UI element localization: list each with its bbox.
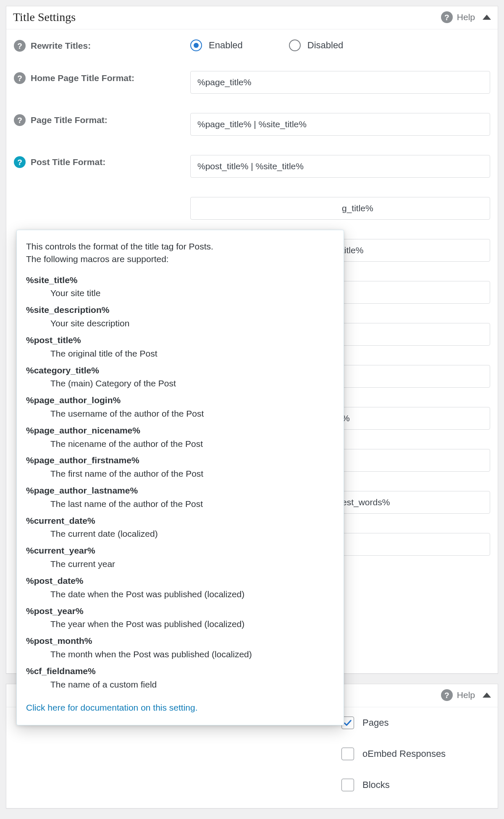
cpt-choice[interactable]: Blocks (341, 779, 490, 791)
macro-name: %category_title% (26, 364, 333, 377)
collapse-toggle-icon[interactable] (483, 693, 491, 698)
row-rewrite-titles: ? Rewrite Titles: Enabled Disabled (14, 39, 490, 52)
cpt-choice-label: Pages (362, 717, 388, 728)
label-home-page-title-format: ? Home Page Title Format: (14, 71, 190, 84)
collapse-toggle-icon[interactable] (483, 15, 491, 20)
checkbox-icon (341, 748, 354, 760)
checkbox-icon (341, 779, 354, 791)
macro-item: %cf_fieldname%The name of a custom field (26, 665, 333, 691)
tooltip-doc-link[interactable]: Click here for documentation on this set… (26, 701, 333, 714)
radio-icon (190, 39, 202, 51)
macro-item: %current_date%The current date (localize… (26, 514, 333, 541)
help-label[interactable]: Help (457, 12, 475, 22)
label-text: Home Page Title Format: (31, 73, 134, 83)
cpt-choice[interactable]: Pages (341, 717, 490, 729)
macro-desc: The year when the Post was published (lo… (26, 617, 333, 630)
macro-desc: The date when the Post was published (lo… (26, 587, 333, 601)
row-page-title-format: ? Page Title Format: (14, 113, 490, 136)
cpt-choices-row: PagesoEmbed ResponsesBlocks (14, 717, 490, 791)
input-home-page-title-format[interactable] (190, 71, 490, 94)
macro-name: %page_author_login% (26, 394, 333, 407)
macro-name: %page_author_lastname% (26, 484, 333, 497)
macro-desc: The current date (localized) (26, 527, 333, 540)
macro-name: %post_month% (26, 635, 333, 647)
macro-item: %site_title%Your site title (26, 274, 333, 300)
macro-name: %page_author_nicename% (26, 424, 333, 437)
rewrite-titles-radio-group: Enabled Disabled (190, 39, 490, 51)
macro-desc: The name of a custom field (26, 677, 333, 691)
panel-title: Title Settings (13, 10, 441, 24)
macro-desc: Your site description (26, 316, 333, 330)
panel-header: Title Settings ? Help (6, 6, 498, 29)
macro-list: %site_title%Your site title%site_descrip… (26, 274, 333, 691)
cpt-choice-label: oEmbed Responses (362, 748, 446, 759)
macro-item: %category_title%The (main) Category of t… (26, 364, 333, 390)
macro-name: %site_title% (26, 274, 333, 286)
macro-name: %post_date% (26, 575, 333, 587)
input-blog-title-format[interactable] (190, 197, 490, 220)
help-icon[interactable]: ? (14, 156, 26, 168)
macro-desc: The username of the author of the Post (26, 407, 333, 420)
label-page-title-format: ? Page Title Format: (14, 113, 190, 126)
macro-name: %cf_fieldname% (26, 665, 333, 677)
title-settings-panel: Title Settings ? Help ? Rewrite Titles: (6, 6, 498, 674)
radio-icon (289, 39, 301, 51)
macro-desc: The month when the Post was published (l… (26, 647, 333, 661)
help-icon[interactable]: ? (441, 689, 453, 701)
macro-desc: The nicename of the author of the Post (26, 437, 333, 450)
row-post-title-format: ? Post Title Format: (14, 155, 490, 178)
macro-desc: The last name of the author of the Post (26, 497, 333, 510)
macro-item: %page_author_firstname%The first name of… (26, 454, 333, 480)
label-post-title-format: ? Post Title Format: (14, 155, 190, 168)
label-rewrite-titles: ? Rewrite Titles: (14, 39, 190, 52)
label-text: Post Title Format: (31, 157, 105, 167)
macro-name: %current_year% (26, 544, 333, 557)
tooltip-intro-line2: The following macros are supported: (26, 254, 169, 264)
macro-desc: The first name of the author of the Post (26, 467, 333, 480)
tooltip-intro-line1: This controls the format of the title ta… (26, 242, 213, 251)
macro-desc: The (main) Category of the Post (26, 376, 333, 390)
macro-name: %current_date% (26, 514, 333, 527)
input-page-title-format[interactable] (190, 113, 490, 136)
macro-name: %page_author_firstname% (26, 454, 333, 467)
macro-desc: The current year (26, 557, 333, 570)
macro-desc: Your site title (26, 286, 333, 299)
help-icon[interactable]: ? (14, 114, 26, 126)
macro-name: %post_year% (26, 605, 333, 617)
macro-name: %post_title% (26, 334, 333, 346)
macro-item: %current_year%The current year (26, 544, 333, 570)
radio-label: Disabled (307, 40, 344, 51)
help-icon[interactable]: ? (14, 72, 26, 84)
post-title-format-tooltip: This controls the format of the title ta… (16, 230, 344, 725)
help-icon[interactable]: ? (441, 11, 453, 23)
help-icon[interactable]: ? (14, 40, 26, 52)
macro-item: %page_author_login%The username of the a… (26, 394, 333, 420)
macro-item: %post_title%The original title of the Po… (26, 334, 333, 360)
radio-label: Enabled (209, 40, 243, 51)
cpt-choices: PagesoEmbed ResponsesBlocks (341, 717, 490, 791)
row-blog-title-format: ?. (14, 197, 490, 220)
macro-item: %site_description%Your site description (26, 304, 333, 330)
cpt-choice[interactable]: oEmbed Responses (341, 748, 490, 760)
macro-name: %site_description% (26, 304, 333, 316)
label-text: Page Title Format: (31, 115, 108, 125)
macro-item: %page_author_nicename%The nicename of th… (26, 424, 333, 450)
radio-disabled[interactable]: Disabled (289, 39, 344, 51)
macro-item: %page_author_lastname%The last name of t… (26, 484, 333, 510)
input-post-title-format[interactable] (190, 155, 490, 178)
label-text: Rewrite Titles: (31, 41, 91, 51)
cpt-choice-label: Blocks (362, 780, 390, 790)
row-home-page-title-format: ? Home Page Title Format: (14, 71, 490, 94)
macro-item: %post_year%The year when the Post was pu… (26, 605, 333, 631)
tooltip-intro: This controls the format of the title ta… (26, 240, 333, 265)
macro-desc: The original title of the Post (26, 346, 333, 360)
radio-enabled[interactable]: Enabled (190, 39, 243, 51)
help-label[interactable]: Help (457, 690, 475, 700)
macro-item: %post_date%The date when the Post was pu… (26, 575, 333, 601)
macro-item: %post_month%The month when the Post was … (26, 635, 333, 661)
